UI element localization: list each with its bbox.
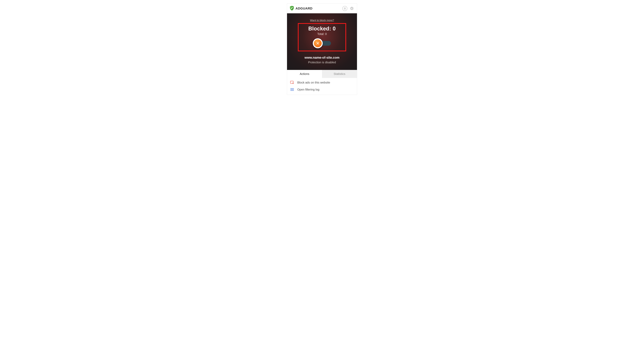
hero-panel: Want to block more? Blocked: 0 Total: 0 <box>287 13 357 70</box>
highlight-box: Blocked: 0 Total: 0 <box>298 23 346 51</box>
svg-rect-0 <box>344 7 345 9</box>
protection-toggle[interactable] <box>313 40 331 46</box>
filtering-log-icon <box>290 88 294 91</box>
block-ads-icon <box>290 81 294 84</box>
close-icon <box>316 41 320 45</box>
tabs: Actions Statistics <box>287 70 357 78</box>
blocked-label: Blocked: <box>308 25 331 31</box>
pause-icon <box>344 7 346 9</box>
tab-statistics[interactable]: Statistics <box>322 70 357 78</box>
toggle-knob-inner <box>314 39 322 47</box>
adguard-popup: ADGUARD Want to block more? Blocked: <box>287 3 357 95</box>
blocked-count: 0 <box>333 25 336 31</box>
svg-rect-1 <box>345 7 346 9</box>
toggle-wrap <box>300 40 344 46</box>
total-count: 0 <box>325 32 327 35</box>
shield-check-icon <box>290 6 294 11</box>
pause-button[interactable] <box>342 6 347 11</box>
site-name: www.name-of-site.com <box>290 56 354 59</box>
header-icons <box>342 6 354 11</box>
want-more-link[interactable]: Want to block more? <box>310 19 334 22</box>
action-open-log-label: Open filtering log <box>297 88 319 91</box>
protection-status: Protection is disabled <box>290 61 354 64</box>
action-block-ads[interactable]: Block ads on this website <box>290 81 354 84</box>
toggle-knob <box>313 38 323 48</box>
action-open-log[interactable]: Open filtering log <box>290 88 354 91</box>
total-line: Total: 0 <box>300 32 344 36</box>
action-block-ads-label: Block ads on this website <box>297 81 330 84</box>
brand: ADGUARD <box>290 6 341 11</box>
brand-name: ADGUARD <box>296 6 312 10</box>
actions-list: Block ads on this website Open filtering… <box>287 78 357 95</box>
header: ADGUARD <box>287 4 357 13</box>
total-label: Total: <box>317 32 324 35</box>
settings-button[interactable] <box>349 6 354 11</box>
blocked-line: Blocked: 0 <box>300 25 344 32</box>
gear-icon <box>350 6 354 10</box>
tab-actions[interactable]: Actions <box>287 70 322 78</box>
